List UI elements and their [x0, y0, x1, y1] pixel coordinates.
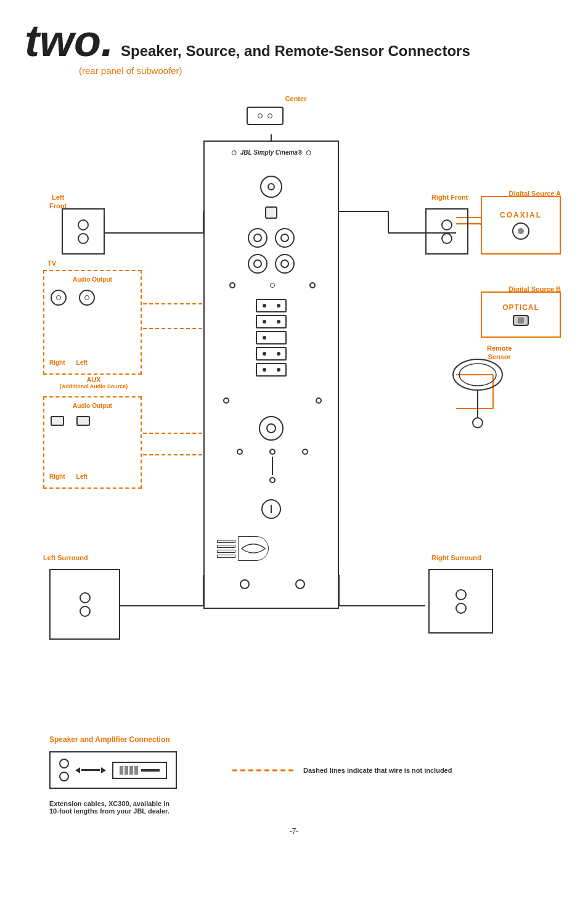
page-container: two. Speaker, Source, and Remote-Sensor …: [0, 0, 588, 909]
subwoofer-unit: JBL Simply Cinema®: [203, 141, 339, 609]
left-surround-speaker: [49, 569, 120, 640]
aux-box: AUX (Additional Audio Source) Audio Outp…: [43, 396, 142, 489]
remote-sensor-graphic: [450, 356, 505, 433]
svg-point-22: [459, 364, 496, 386]
coaxial-box: COAXIAL: [481, 196, 561, 255]
page-subtitle: (rear panel of subwoofer): [79, 65, 563, 76]
amp-connection-title: Speaker and Amplifier Connection: [49, 735, 539, 744]
amp-diagram: [49, 751, 177, 789]
dashed-legend: Dashed lines indicate that wire is not i…: [232, 767, 452, 774]
center-label: Center: [285, 94, 307, 103]
tv-box: TV Audio Output Right Left: [43, 270, 142, 375]
page-number: -7-: [25, 827, 563, 848]
header: two. Speaker, Source, and Remote-Sensor …: [25, 18, 563, 63]
center-connector: [247, 107, 284, 125]
svg-point-24: [473, 418, 483, 428]
diagram-area: Center Left Front Right Front: [25, 88, 567, 735]
right-surround-speaker: [428, 569, 493, 634]
optical-box: OPTICAL: [481, 291, 561, 338]
extension-cables-note: Extension cables, XC300, available in 10…: [49, 800, 539, 815]
left-front-speaker: [62, 208, 105, 255]
step-number: two.: [25, 18, 113, 63]
bottom-section: Speaker and Amplifier Connection: [25, 735, 563, 815]
right-front-speaker: [425, 208, 468, 255]
page-title: Speaker, Source, and Remote-Sensor Conne…: [121, 43, 470, 60]
